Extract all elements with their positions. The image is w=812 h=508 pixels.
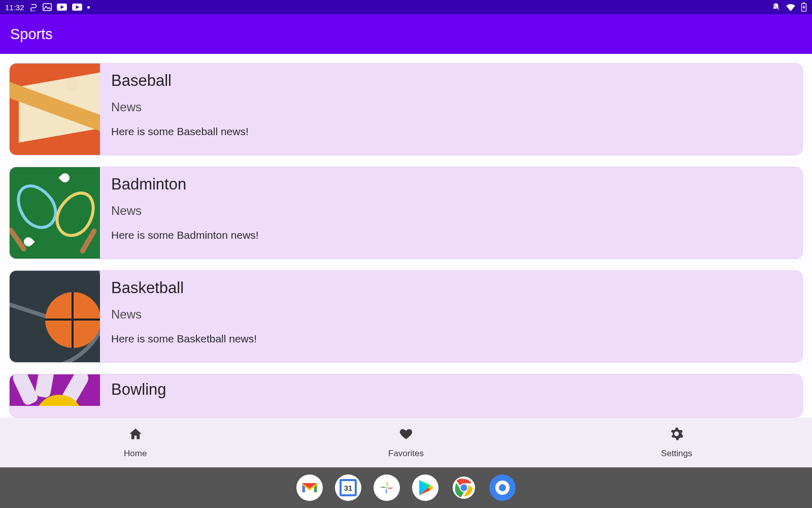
nav-label: Home (124, 449, 147, 459)
heart-icon (399, 427, 413, 443)
card-title: Basketball (111, 279, 257, 297)
app-bar: Sports (0, 14, 812, 54)
baseball-image (10, 64, 100, 155)
sport-card-basketball[interactable]: Basketball News Here is some Basketball … (9, 270, 803, 363)
sports-list[interactable]: Baseball News Here is some Baseball news… (0, 54, 812, 418)
card-subtitle: News (111, 204, 259, 218)
home-icon (128, 427, 143, 443)
card-description: Here is some Basketball news! (111, 333, 257, 345)
card-title: Bowling (111, 380, 166, 399)
card-title: Badminton (111, 175, 259, 194)
camera-lens-icon (495, 481, 510, 495)
svg-rect-6 (803, 3, 805, 4)
nav-label: Favorites (388, 449, 424, 459)
page-title: Sports (10, 26, 53, 43)
gear-icon (669, 427, 684, 443)
sport-card-bowling[interactable]: Bowling (9, 374, 803, 418)
card-title: Baseball (111, 72, 249, 90)
svg-marker-7 (802, 5, 805, 10)
camera-app-icon[interactable] (489, 474, 516, 501)
svg-rect-0 (43, 4, 51, 11)
chrome-app-icon[interactable] (451, 474, 477, 501)
youtube-icon (57, 4, 67, 11)
badminton-image (10, 167, 100, 259)
play-store-app-icon[interactable] (412, 474, 438, 501)
nav-label: Settings (661, 449, 692, 459)
nav-favorites[interactable]: Favorites (270, 418, 541, 467)
card-subtitle: News (111, 307, 257, 322)
nav-home[interactable]: Home (0, 418, 270, 467)
calendar-date: 31 (344, 484, 353, 492)
status-left: 11:32 (5, 3, 90, 12)
bottom-navigation: Home Favorites Settings (0, 418, 812, 467)
battery-charging-icon (801, 3, 807, 12)
sport-card-badminton[interactable]: Badminton News Here is some Badminton ne… (9, 167, 803, 259)
dot-icon (87, 6, 90, 9)
android-status-bar: 11:32 (0, 0, 812, 14)
card-description: Here is some Badminton news! (111, 229, 259, 241)
picture-icon (43, 3, 52, 11)
status-right (771, 3, 807, 12)
wifi-icon (786, 3, 796, 11)
samsung-icon (29, 3, 38, 11)
nav-settings[interactable]: Settings (542, 418, 812, 467)
mute-notifications-icon (771, 3, 781, 12)
android-dock: 31 (0, 467, 812, 508)
card-description: Here is some Baseball news! (111, 125, 249, 138)
status-time: 11:32 (5, 3, 24, 12)
calendar-app-icon[interactable]: 31 (335, 474, 361, 501)
photos-app-icon[interactable] (374, 474, 400, 501)
basketball-image (10, 271, 100, 362)
card-subtitle: News (111, 100, 249, 114)
gmail-app-icon[interactable] (296, 474, 323, 501)
bowling-image (10, 374, 100, 406)
youtube-icon (72, 4, 82, 11)
sport-card-baseball[interactable]: Baseball News Here is some Baseball news… (9, 63, 803, 155)
